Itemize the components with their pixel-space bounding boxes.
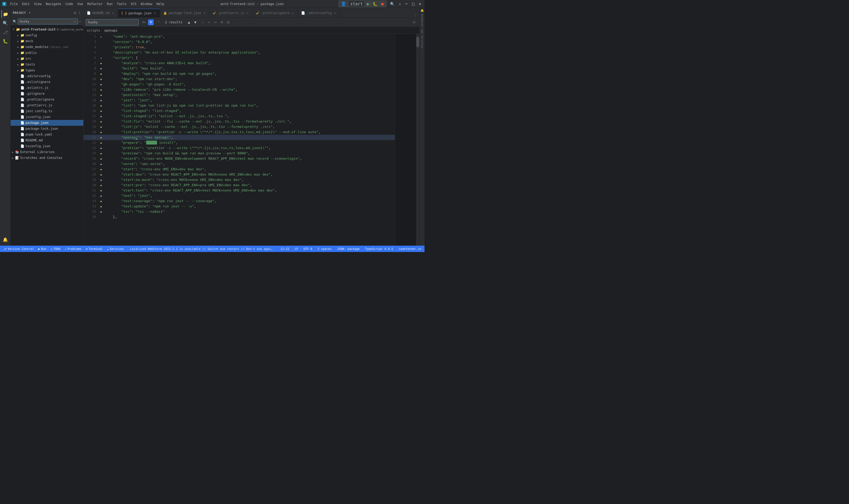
breadcrumb-scripts[interactable]: scripts — [87, 29, 100, 32]
sidebar-item-tests[interactable]: ▶ 📁 tests — [11, 61, 83, 67]
fold-arrow[interactable]: ▶ — [99, 71, 104, 76]
scrollbar-thumb[interactable] — [416, 37, 419, 47]
editor-search-input[interactable] — [86, 19, 139, 25]
breadcrumb-openapi[interactable]: openapi — [104, 29, 118, 32]
regex-button[interactable]: .* — [154, 19, 161, 25]
structure-panel-icon[interactable]: Structure — [421, 36, 423, 49]
sidebar-item-eslintignore[interactable]: 📄 .eslintignore — [11, 79, 83, 85]
activity-notifications[interactable]: 🔔 — [1, 236, 9, 244]
fold-arrow[interactable]: ▶ — [99, 76, 104, 82]
status-git[interactable]: ⎇ Version Control — [2, 247, 35, 251]
sidebar-item-node-modules[interactable]: ▶ 📁 node_modules library root — [11, 44, 83, 50]
search-input[interactable] — [20, 20, 73, 23]
fold-arrow[interactable]: ▶ — [99, 140, 104, 145]
fold-arrow[interactable]: ▶ — [99, 209, 104, 214]
prettierignore-tab-close[interactable]: ✕ — [291, 11, 294, 15]
search-case-icon-button[interactable]: ≡ — [206, 19, 212, 25]
fold-arrow[interactable]: ▶ — [99, 66, 104, 71]
fold-arrow[interactable]: ▶ — [99, 87, 104, 92]
fold-arrow[interactable]: ▶ — [99, 60, 104, 66]
run-stop-icon[interactable]: ⏹ — [379, 2, 385, 6]
search-multiline-button[interactable]: ⇔ — [213, 19, 218, 25]
package-json-tab-close[interactable]: ✕ — [153, 11, 157, 15]
fold-arrow[interactable]: ▶ — [99, 161, 104, 167]
sidebar-item-config[interactable]: ▶ 📁 config — [11, 32, 83, 38]
fold-arrow[interactable]: ▶ — [99, 135, 104, 140]
tab-editorconfig[interactable]: 📄 .editorconfig ✕ — [298, 9, 340, 17]
search-close-button[interactable]: ✕ — [411, 19, 417, 25]
fold-arrow[interactable]: ▶ — [99, 108, 104, 113]
menu-help[interactable]: Help — [155, 2, 166, 6]
status-todo[interactable]: ☑ TODO — [50, 247, 61, 251]
sidebar-item-gitignore[interactable]: 📄 .gitignore — [11, 91, 83, 96]
sidebar-item-pnpm-lock[interactable]: 📄 pnpm-lock.yaml — [11, 131, 83, 138]
fold-arrow[interactable]: ▶ — [99, 145, 104, 151]
maximize-button[interactable]: □ — [411, 1, 416, 6]
search-filter-icon-button[interactable]: | — [200, 19, 205, 25]
status-position[interactable]: 21:12 — [279, 247, 290, 251]
fold-arrow[interactable]: ▶ — [99, 156, 104, 161]
fold-arrow[interactable]: ▶ — [99, 34, 104, 39]
sidebar-item-scratches[interactable]: ▶ 📝 Scratches and Consoles — [11, 155, 83, 161]
fold-arrow[interactable]: ▶ — [99, 82, 104, 87]
npm-panel-icon[interactable]: npm — [421, 29, 423, 33]
search-replace-button[interactable]: ⊞ — [225, 19, 231, 25]
sidebar-item-public[interactable]: ▶ 📁 public — [11, 50, 83, 56]
prev-match-button[interactable]: ▲ — [186, 19, 192, 25]
menu-code[interactable]: Code — [64, 2, 75, 6]
code-editor[interactable]: 2 ▶ "name": "ant-design-pro", 3 — [84, 34, 395, 246]
prettierrc-tab-close[interactable]: ✕ — [246, 11, 249, 15]
fold-arrow[interactable]: ▶ — [99, 129, 104, 135]
fold-arrow[interactable]: ▶ — [99, 55, 104, 60]
status-indent[interactable]: 2 spaces — [317, 247, 333, 251]
sidebar-item-external-libraries[interactable]: ▶ 📚 External Libraries — [11, 149, 83, 155]
activity-git[interactable]: ⎇ — [1, 28, 9, 36]
sidebar-item-prettierignore[interactable]: 📄 .prettierignore — [11, 96, 83, 102]
fold-arrow[interactable]: ▶ — [99, 151, 104, 156]
tab-package-lock[interactable]: 🔒 package-lock.json ✕ — [160, 9, 210, 17]
sidebar-item-prettierrc[interactable]: 📄 .prettierrc.js — [11, 102, 83, 108]
activity-debug[interactable]: 🐛 — [1, 37, 9, 45]
fold-arrow[interactable]: ▶ — [99, 172, 104, 177]
status-encoding[interactable]: UTF-8 — [303, 247, 313, 251]
menu-tools[interactable]: Tools — [115, 2, 128, 6]
sidebar-item-package-lock[interactable]: 📄 package-lock.json — [11, 126, 83, 131]
close-button[interactable]: ✕ — [418, 1, 422, 6]
sidebar-item-readme[interactable]: 📄 README.md — [11, 138, 83, 143]
editor-scrollbar[interactable] — [416, 34, 419, 246]
run-debug-icon[interactable]: 🐛 — [372, 2, 378, 6]
activity-search[interactable]: 🔍 — [1, 19, 9, 27]
tab-readme[interactable]: 📄 README.md ✕ — [84, 9, 118, 17]
menu-vcs[interactable]: VCS — [129, 2, 138, 6]
sidebar-item-package-json[interactable]: 📄 package.json — [11, 120, 83, 126]
status-file-type[interactable]: JSON: package — [336, 247, 361, 251]
menu-run[interactable]: Run — [105, 2, 114, 6]
tabs-more-icon[interactable]: ⋮ — [414, 14, 417, 17]
settings-icon[interactable]: ⚙ — [398, 2, 402, 6]
search-options-button[interactable]: ⚙ — [219, 19, 225, 25]
status-run[interactable]: ▶ Run — [37, 247, 48, 251]
next-match-button[interactable]: ▼ — [192, 19, 198, 25]
sidebar-item-jest-config[interactable]: 📄 jest.config.ts — [11, 108, 83, 114]
whole-word-button[interactable]: W — [148, 19, 153, 25]
minimize-button[interactable]: ─ — [404, 1, 409, 6]
activity-project[interactable]: 📁 — [1, 10, 9, 18]
more-options-icon[interactable]: ⋮ — [77, 11, 82, 15]
fold-arrow[interactable]: ▶ — [99, 92, 104, 97]
menu-navigate[interactable]: Navigate — [44, 2, 63, 6]
status-typescript[interactable]: TypeScript 4.9.5 — [364, 247, 394, 251]
sidebar-item-eslintrc[interactable]: 📄 .eslintrc.js — [11, 85, 83, 91]
status-services[interactable]: ☁ Services — [106, 247, 125, 251]
fold-arrow[interactable]: ▶ — [99, 167, 104, 172]
match-case-button[interactable]: Aa — [140, 19, 147, 25]
readme-tab-close[interactable]: ✕ — [111, 11, 115, 15]
fold-arrow[interactable]: ▶ — [99, 119, 104, 124]
package-lock-tab-close[interactable]: ✕ — [203, 11, 206, 15]
search-everywhere-icon[interactable]: 🔍 — [389, 2, 396, 6]
editorconfig-tab-close[interactable]: ✕ — [333, 11, 337, 15]
bookmarks-panel-icon[interactable]: Bookmarks — [421, 14, 423, 27]
fold-arrow[interactable]: ▶ — [99, 182, 104, 188]
tree-root[interactable]: ▶ 📂 antd-frontend-init D:\webstrom_works… — [11, 26, 83, 32]
fold-arrow[interactable]: ▶ — [99, 177, 104, 182]
fold-arrow[interactable]: ▶ — [99, 193, 104, 198]
